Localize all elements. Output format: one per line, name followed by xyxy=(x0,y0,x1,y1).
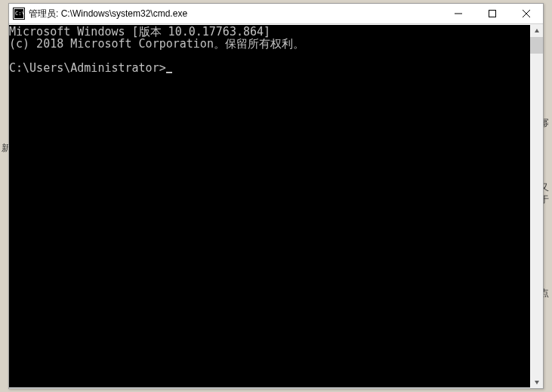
scroll-up-button[interactable] xyxy=(530,24,543,37)
svg-marker-8 xyxy=(535,29,539,32)
scroll-down-button[interactable] xyxy=(530,375,543,388)
minimize-button[interactable] xyxy=(441,4,475,23)
svg-rect-5 xyxy=(489,11,495,17)
prompt: C:\Users\Administrator> xyxy=(9,61,166,75)
console-line: (c) 2018 Microsoft Corporation。保留所有权利。 xyxy=(9,37,304,51)
scroll-track[interactable] xyxy=(530,37,543,375)
svg-text:C:\: C:\ xyxy=(15,11,25,17)
cmd-icon: C:\ xyxy=(13,8,25,20)
maximize-button[interactable] xyxy=(475,4,509,23)
svg-marker-9 xyxy=(535,381,539,384)
client-area: Microsoft Windows [版本 10.0.17763.864] (c… xyxy=(9,24,543,388)
window-controls xyxy=(441,4,543,23)
titlebar[interactable]: C:\ 管理员: C:\Windows\system32\cmd.exe xyxy=(9,4,543,24)
cmd-window: C:\ 管理员: C:\Windows\system32\cmd.exe Mic… xyxy=(8,3,544,389)
console-output[interactable]: Microsoft Windows [版本 10.0.17763.864] (c… xyxy=(9,25,530,387)
scroll-thumb[interactable] xyxy=(530,37,543,54)
vertical-scrollbar[interactable] xyxy=(530,24,543,388)
window-title: 管理员: C:\Windows\system32\cmd.exe xyxy=(29,8,441,20)
close-button[interactable] xyxy=(509,4,543,23)
cursor xyxy=(166,72,172,73)
